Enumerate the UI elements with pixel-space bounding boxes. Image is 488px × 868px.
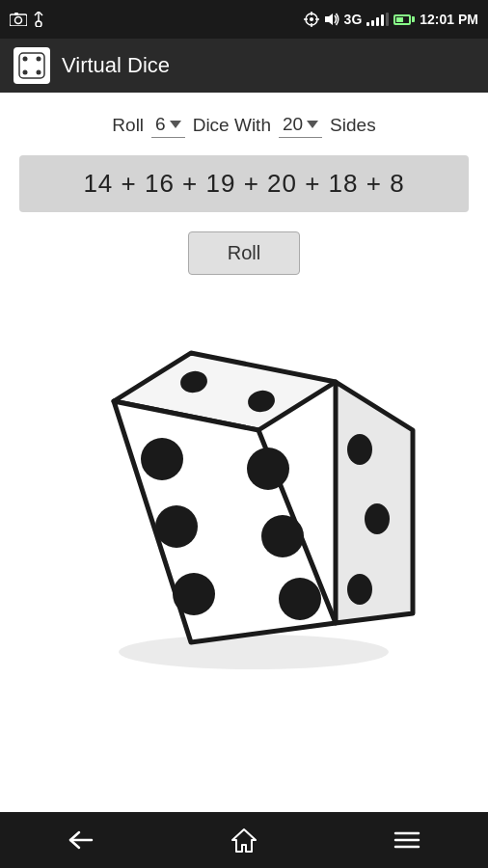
svg-point-23 (141, 438, 183, 480)
home-icon (230, 827, 258, 853)
status-right-icons: 3G 12:01 PM (304, 12, 478, 27)
back-button[interactable] (52, 821, 110, 859)
svg-point-24 (247, 448, 289, 490)
sides-label: Sides (330, 115, 376, 136)
svg-point-33 (347, 574, 372, 605)
menu-button[interactable] (378, 821, 436, 859)
svg-point-15 (23, 57, 28, 62)
svg-point-19 (119, 635, 389, 669)
svg-rect-14 (19, 53, 44, 78)
dice-image-area (15, 290, 473, 676)
status-bar: 3G 12:01 PM (0, 0, 488, 39)
dice-illustration (51, 290, 437, 676)
sides-value: 20 (283, 114, 303, 135)
dice-app-icon (17, 51, 46, 80)
svg-marker-20 (336, 382, 413, 623)
gps-icon (304, 12, 319, 27)
result-expression: 14 + 16 + 19 + 20 + 18 + 8 (83, 169, 404, 198)
status-time: 12:01 PM (420, 12, 478, 27)
roll-button-container: Roll (15, 231, 473, 275)
svg-point-16 (37, 57, 41, 62)
camera-icon (10, 13, 27, 26)
status-left-icons (10, 12, 44, 27)
app-title: Virtual Dice (62, 53, 170, 78)
app-bar: Virtual Dice (0, 39, 488, 93)
svg-point-6 (36, 21, 41, 27)
roll-label: Roll (112, 115, 144, 136)
app-icon (14, 47, 50, 84)
svg-marker-35 (232, 829, 256, 852)
svg-point-26 (261, 515, 304, 557)
roll-button[interactable]: Roll (188, 231, 300, 275)
dice-with-label: Dice With (193, 115, 271, 136)
menu-icon (393, 829, 420, 851)
battery-icon (393, 14, 415, 25)
result-expression-box: 14 + 16 + 19 + 20 + 18 + 8 (19, 155, 469, 212)
roll-value: 6 (155, 114, 166, 135)
svg-point-1 (15, 17, 22, 24)
svg-point-27 (173, 573, 215, 615)
roll-value-arrow (170, 121, 181, 128)
back-icon (68, 828, 95, 852)
main-content: Roll 6 Dice With 20 Sides 14 + 16 + 19 +… (0, 93, 488, 676)
svg-point-8 (310, 17, 313, 21)
sides-value-box[interactable]: 20 (279, 112, 322, 138)
usb-icon (33, 12, 44, 27)
svg-marker-13 (325, 14, 333, 25)
svg-point-31 (347, 434, 372, 465)
svg-point-25 (155, 505, 198, 548)
svg-rect-2 (14, 13, 18, 15)
svg-point-28 (279, 578, 321, 620)
volume-icon (324, 13, 339, 26)
svg-point-18 (37, 70, 41, 75)
signal-bars (366, 13, 389, 26)
svg-point-32 (365, 503, 390, 534)
bottom-nav (0, 812, 488, 868)
home-button[interactable] (215, 821, 273, 859)
roll-value-box[interactable]: 6 (151, 112, 185, 138)
network-type: 3G (344, 12, 363, 27)
svg-point-17 (23, 70, 28, 75)
roll-config-row: Roll 6 Dice With 20 Sides (15, 112, 473, 138)
sides-value-arrow (307, 121, 318, 128)
